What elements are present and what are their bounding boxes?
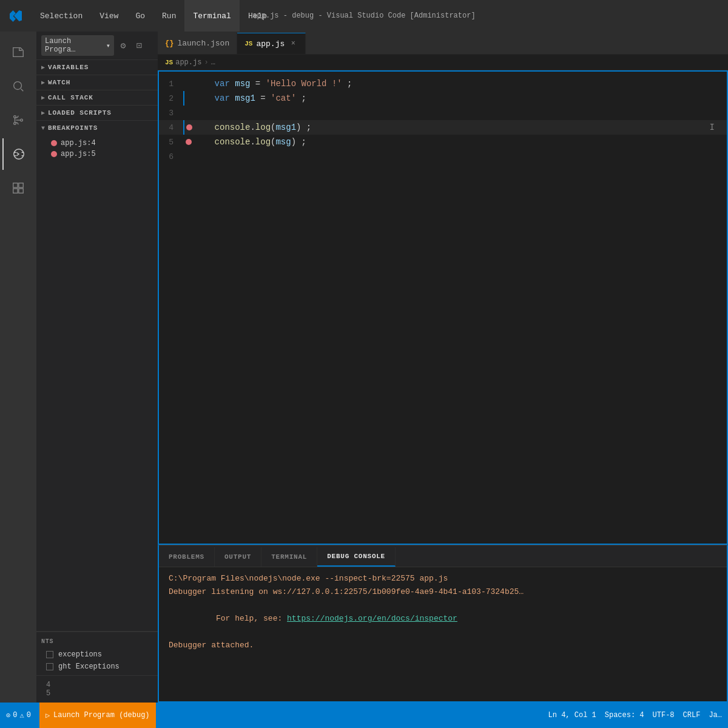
debug-callstack-label: Call Stack xyxy=(48,94,93,101)
debug-watch-header[interactable]: ▶ Watch xyxy=(36,75,158,90)
debug-breakpoints-label: Breakpoints xyxy=(48,124,98,132)
menu-view[interactable]: View xyxy=(91,0,127,32)
panel-content: C:\Program Files\nodejs\node.exe --inspe… xyxy=(159,567,727,701)
activity-extensions[interactable] xyxy=(2,172,34,204)
window-title: app.js - debug - Visual Studio Code [Adm… xyxy=(252,12,475,20)
debug-watch-section: ▶ Watch xyxy=(36,75,158,90)
exception-uncaught-label: ght Exceptions xyxy=(58,662,120,671)
breakpoint-4-indicator[interactable] xyxy=(186,124,192,130)
debug-new-config-icon[interactable]: ⊡ xyxy=(132,39,146,52)
debug-scripts-header[interactable]: ▶ Loaded Scripts xyxy=(36,106,158,120)
minimap-line-5: 5 xyxy=(46,689,148,698)
titlebar: Selection View Go Run Terminal Help app.… xyxy=(0,0,728,32)
debug-variables-section: ▶ Variables xyxy=(36,60,158,75)
exceptions-title: NTS xyxy=(41,638,53,645)
vscode-logo-icon xyxy=(8,8,23,23)
svg-rect-8 xyxy=(19,189,23,193)
line-marker-4[interactable] xyxy=(183,120,194,135)
nodejs-inspector-link[interactable]: https://nodejs.org/en/docs/inspector xyxy=(287,614,457,623)
panel-tab-problems[interactable]: PROBLEMS xyxy=(159,547,215,567)
vscode-logo xyxy=(0,0,32,32)
editor-container: {} launch.json JS app.js × JS app.js › …… xyxy=(158,32,728,703)
line-number-1: 1 xyxy=(159,79,183,89)
console-for-help-text: For help, see: xyxy=(216,614,287,623)
error-count: 0 xyxy=(13,711,17,720)
status-spaces[interactable]: Spaces: 4 xyxy=(605,711,644,720)
error-icon: ⊙ xyxy=(6,711,10,720)
launch-select-label: Launch Progra… xyxy=(45,37,104,54)
debug-breakpoints-header[interactable]: ▼ Breakpoints xyxy=(36,121,158,135)
exception-item-uncaught[interactable]: ght Exceptions xyxy=(36,661,158,673)
line-content-2: var msg1 = 'cat' ; xyxy=(194,93,727,103)
debug-play-icon: ▷ xyxy=(46,711,50,720)
exception-checkbox-caught[interactable] xyxy=(46,651,53,658)
status-eol[interactable]: CRLF xyxy=(683,711,701,720)
activity-explorer[interactable] xyxy=(2,36,34,68)
breakpoint-label-5: app.js:5 xyxy=(61,150,96,158)
menu-selection[interactable]: Selection xyxy=(32,0,91,32)
breadcrumb-js-icon: JS xyxy=(165,59,173,66)
svg-point-0 xyxy=(14,82,22,90)
breakpoint-dot-5 xyxy=(51,151,57,157)
line-marker-2[interactable] xyxy=(183,91,194,106)
line-number-2: 2 xyxy=(159,94,183,103)
editor-split: 1 var msg = 'Hello World !' ; 2 var msg1… xyxy=(158,70,728,703)
status-right: Ln 4, Col 1 Spaces: 4 UTF-8 CRLF Ja… xyxy=(548,711,722,720)
debug-variables-header[interactable]: ▶ Variables xyxy=(36,60,158,75)
line-content-5: console.log(msg) ; xyxy=(194,137,727,147)
debug-settings-icon[interactable]: ⚙ xyxy=(116,39,130,52)
tab-launch-json[interactable]: {} launch.json xyxy=(158,33,237,54)
tab-app-js[interactable]: JS app.js × xyxy=(237,33,306,54)
menu-terminal[interactable]: Terminal xyxy=(184,0,239,32)
panel-tab-terminal[interactable]: TERMINAL xyxy=(261,547,317,567)
activity-search[interactable] xyxy=(2,70,34,102)
line-number-4: 4 xyxy=(159,123,183,132)
js-icon: JS xyxy=(244,40,252,47)
code-editor[interactable]: 1 var msg = 'Hello World !' ; 2 var msg1… xyxy=(158,70,728,545)
console-line-0: C:\Program Files\nodejs\node.exe --inspe… xyxy=(169,572,717,585)
debug-scripts-section: ▶ Loaded Scripts xyxy=(36,106,158,121)
menu-run[interactable]: Run xyxy=(153,0,184,32)
exceptions-header: NTS xyxy=(36,635,158,649)
status-debug-mode[interactable]: ▷ Launch Program (debug) xyxy=(39,703,156,728)
line-marker-5[interactable] xyxy=(183,139,194,145)
exception-caught-label: exceptions xyxy=(58,650,102,659)
console-line-2: For help, see: https://nodejs.org/en/doc… xyxy=(169,599,717,639)
chevron-right-icon-callstack: ▶ xyxy=(41,94,46,101)
breakpoints-list: app.js:4 app.js:5 xyxy=(36,135,158,162)
code-line-3: 3 xyxy=(159,106,727,120)
chevron-right-icon-scripts: ▶ xyxy=(41,109,46,116)
breakpoint-5-indicator[interactable] xyxy=(186,139,192,145)
chevron-down-icon-bp: ▼ xyxy=(41,125,46,132)
status-encoding[interactable]: UTF-8 xyxy=(653,711,675,720)
breadcrumb-path: … xyxy=(211,58,215,67)
activity-scm[interactable] xyxy=(2,104,34,136)
launch-select[interactable]: Launch Progra… ▾ xyxy=(41,35,114,56)
activity-bar xyxy=(0,32,36,703)
code-line-6: 6 xyxy=(159,149,727,164)
activity-debug[interactable] xyxy=(2,138,34,170)
breakpoint-dot-4 xyxy=(51,140,57,146)
svg-rect-7 xyxy=(13,189,18,193)
console-line-1: Debugger listening on ws://127.0.0.1:225… xyxy=(169,585,717,599)
debug-callstack-section: ▶ Call Stack xyxy=(36,90,158,106)
panel-tab-debug-console[interactable]: DEBUG CONSOLE xyxy=(317,547,396,567)
debug-scripts-label: Loaded Scripts xyxy=(48,109,112,116)
line-number-5: 5 xyxy=(159,138,183,147)
debug-watch-label: Watch xyxy=(48,79,70,86)
tab-app-js-label: app.js xyxy=(256,39,285,49)
menu-go[interactable]: Go xyxy=(127,0,153,32)
panel-tabs: PROBLEMS OUTPUT TERMINAL DEBUG CONSOLE xyxy=(159,545,727,567)
status-language[interactable]: Ja… xyxy=(709,711,722,720)
status-errors[interactable]: ⊙ 0 ⚠ 0 xyxy=(6,711,31,720)
exception-checkbox-uncaught[interactable] xyxy=(46,663,53,670)
tab-launch-json-label: launch.json xyxy=(177,39,229,48)
code-line-1: 1 var msg = 'Hello World !' ; xyxy=(159,76,727,91)
status-cursor[interactable]: Ln 4, Col 1 xyxy=(548,711,596,720)
breakpoint-item-5[interactable]: app.js:5 xyxy=(36,149,158,160)
tab-close-button[interactable]: × xyxy=(288,39,298,49)
debug-callstack-header[interactable]: ▶ Call Stack xyxy=(36,90,158,105)
panel-tab-output[interactable]: OUTPUT xyxy=(215,547,261,567)
exception-item-caught[interactable]: exceptions xyxy=(36,649,158,661)
breakpoint-item-4[interactable]: app.js:4 xyxy=(36,138,158,149)
